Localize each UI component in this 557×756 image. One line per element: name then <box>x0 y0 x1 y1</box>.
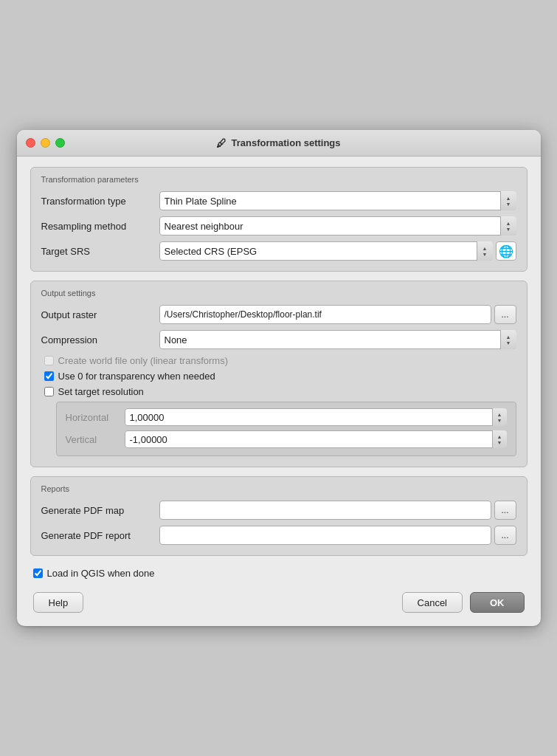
reports-title: Reports <box>41 484 516 493</box>
output-settings-section: Output settings Output raster ... Compre… <box>30 281 527 467</box>
use-0-transparency-checkbox[interactable] <box>44 371 54 381</box>
target-srs-select[interactable]: Selected CRS (EPSG <box>159 241 493 261</box>
generate-pdf-map-file-row: ... <box>159 501 516 520</box>
resampling-method-select-wrapper: Nearest neighbour Bilinear Cubic Cubic s… <box>159 216 516 236</box>
reports-section: Reports Generate PDF map ... Generate PD… <box>30 476 527 556</box>
title-icon: 🖊 <box>216 137 226 149</box>
generate-pdf-map-input[interactable] <box>159 501 491 520</box>
traffic-lights <box>26 138 65 148</box>
generate-pdf-report-file-row: ... <box>159 526 516 545</box>
set-target-resolution-row: Set target resolution <box>41 386 516 397</box>
target-srs-label: Target SRS <box>41 246 159 257</box>
right-buttons: Cancel OK <box>402 592 525 613</box>
vertical-row: Vertical ▲ ▼ <box>66 430 507 448</box>
title-text: Transformation settings <box>231 137 340 148</box>
output-raster-input[interactable] <box>159 305 491 324</box>
horizontal-spinner-wrapper: ▲ ▼ <box>125 408 507 426</box>
transformation-settings-window: 🖊 Transformation settings Transformation… <box>17 130 541 626</box>
output-raster-row: Output raster ... <box>41 305 516 324</box>
transformation-type-select[interactable]: Thin Plate Spline Polynomial 1 Polynomia… <box>159 191 516 210</box>
close-button[interactable] <box>26 138 35 148</box>
set-target-resolution-label: Set target resolution <box>58 386 144 397</box>
use-0-transparency-row: Use 0 for transparency when needed <box>41 371 516 382</box>
globe-button[interactable]: 🌐 <box>496 241 516 261</box>
generate-pdf-report-input[interactable] <box>159 526 491 545</box>
compression-select[interactable]: None LZW PACKBITS DEFLATE CCITTRLE <box>159 330 516 349</box>
horizontal-row: Horizontal ▲ ▼ <box>66 408 507 426</box>
create-world-file-row: Create world file only (linear transform… <box>41 355 516 366</box>
transformation-type-select-wrapper: Thin Plate Spline Polynomial 1 Polynomia… <box>159 191 516 210</box>
help-button[interactable]: Help <box>33 592 84 613</box>
resolution-section: Horizontal ▲ ▼ Vertical <box>56 402 516 456</box>
generate-pdf-map-label: Generate PDF map <box>41 505 159 516</box>
transformation-type-row: Transformation type Thin Plate Spline Po… <box>41 191 516 210</box>
vertical-spinner-wrapper: ▲ ▼ <box>125 430 507 448</box>
horizontal-label: Horizontal <box>66 412 125 423</box>
load-in-qgis-row: Load in QGIS when done <box>30 565 527 579</box>
compression-row: Compression None LZW PACKBITS DEFLATE CC… <box>41 330 516 349</box>
compression-select-wrapper: None LZW PACKBITS DEFLATE CCITTRLE ▲ ▼ <box>159 330 516 349</box>
title-bar: 🖊 Transformation settings <box>17 130 541 157</box>
generate-pdf-report-row: Generate PDF report ... <box>41 526 516 545</box>
cancel-button[interactable]: Cancel <box>402 592 463 613</box>
minimize-button[interactable] <box>41 138 50 148</box>
footer-buttons: Help Cancel OK <box>30 588 527 614</box>
load-in-qgis-label: Load in QGIS when done <box>47 568 155 579</box>
maximize-button[interactable] <box>55 138 65 148</box>
transformation-parameters-section: Transformation parameters Transformation… <box>30 167 527 272</box>
generate-pdf-map-row: Generate PDF map ... <box>41 501 516 520</box>
vertical-label: Vertical <box>66 434 125 445</box>
target-srs-wrapper: Selected CRS (EPSG ▲ ▼ 🌐 <box>159 241 516 261</box>
main-content: Transformation parameters Transformation… <box>17 157 541 626</box>
horizontal-input[interactable] <box>125 408 507 426</box>
resampling-method-select[interactable]: Nearest neighbour Bilinear Cubic Cubic s… <box>159 216 516 236</box>
transformation-type-label: Transformation type <box>41 196 159 207</box>
transformation-parameters-title: Transformation parameters <box>41 175 516 184</box>
window-title: 🖊 Transformation settings <box>216 137 340 149</box>
output-raster-browse-button[interactable]: ... <box>494 305 516 324</box>
compression-label: Compression <box>41 334 159 346</box>
ok-button[interactable]: OK <box>470 592 525 613</box>
target-srs-select-wrapper: Selected CRS (EPSG ▲ ▼ <box>159 241 493 261</box>
output-raster-file-row: ... <box>159 305 516 324</box>
resampling-method-row: Resampling method Nearest neighbour Bili… <box>41 216 516 236</box>
generate-pdf-report-label: Generate PDF report <box>41 530 159 541</box>
use-0-transparency-label: Use 0 for transparency when needed <box>58 371 215 382</box>
target-srs-row: Target SRS Selected CRS (EPSG ▲ ▼ 🌐 <box>41 241 516 261</box>
create-world-file-checkbox[interactable] <box>44 356 54 365</box>
set-target-resolution-checkbox[interactable] <box>44 387 54 396</box>
load-in-qgis-checkbox[interactable] <box>33 568 43 578</box>
vertical-input[interactable] <box>125 430 507 448</box>
create-world-file-label: Create world file only (linear transform… <box>58 355 228 366</box>
output-raster-label: Output raster <box>41 309 159 320</box>
resampling-method-label: Resampling method <box>41 221 159 232</box>
output-settings-title: Output settings <box>41 289 516 298</box>
generate-pdf-report-browse-button[interactable]: ... <box>494 526 516 545</box>
generate-pdf-map-browse-button[interactable]: ... <box>494 501 516 520</box>
